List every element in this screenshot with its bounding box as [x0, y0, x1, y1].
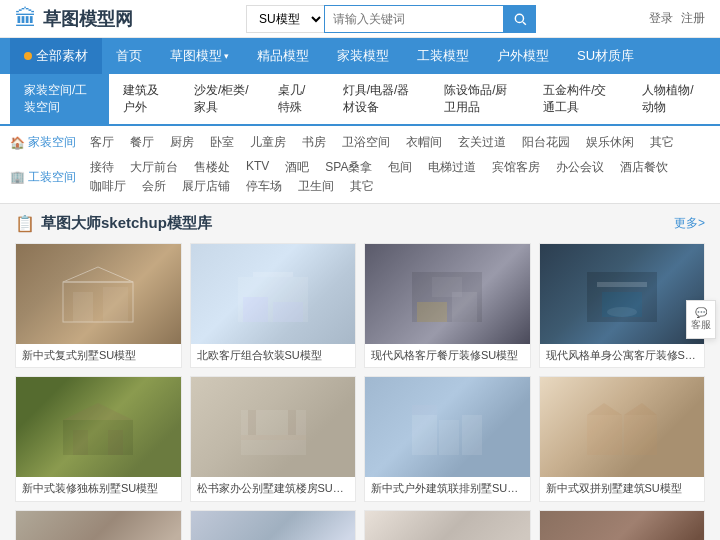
- svg-rect-26: [412, 415, 437, 455]
- logo-icon: 🏛: [15, 6, 37, 32]
- model-name: 现代风格单身公寓客厅装修SU模型: [546, 348, 699, 363]
- sub-private-room[interactable]: 包间: [380, 158, 420, 177]
- sub-sales[interactable]: 售楼处: [186, 158, 238, 177]
- svg-rect-4: [103, 287, 128, 322]
- sub-kitchen[interactable]: 厨房: [162, 133, 202, 152]
- sub-elevator[interactable]: 电梯过道: [420, 158, 484, 177]
- section-header: 📋 草图大师sketchup模型库 更多>: [15, 214, 705, 233]
- sub-bedroom[interactable]: 卧室: [202, 133, 242, 152]
- sub-hotel-dining[interactable]: 酒店餐饮: [612, 158, 676, 177]
- model-card[interactable]: 欧式风格豪华客厅SU模型: [364, 510, 531, 540]
- sub-lobby[interactable]: 大厅前台: [122, 158, 186, 177]
- model-card[interactable]: 新中式双拼别墅建筑SU模型: [539, 376, 706, 501]
- cat-tab-people[interactable]: 人物植物/动物: [628, 74, 710, 124]
- svg-rect-3: [73, 292, 93, 322]
- circle-icon: [24, 52, 32, 60]
- cat-tab-lighting[interactable]: 灯具/电器/器材设备: [329, 74, 430, 124]
- nav-item-sketch[interactable]: 草图模型 ▾: [156, 38, 243, 74]
- cat-tab-hardware[interactable]: 五金构件/交通工具: [529, 74, 628, 124]
- sub-office[interactable]: 办公会议: [548, 158, 612, 177]
- svg-rect-21: [108, 430, 123, 455]
- svg-marker-33: [624, 403, 657, 415]
- commercial-space-row: 🏢 工装空间 接待 大厅前台 售楼处 KTV 酒吧 SPA桑拿 包间 电梯过道 …: [10, 155, 710, 199]
- cat-tab-architecture[interactable]: 建筑及户外: [109, 74, 180, 124]
- model-name: 新中式复式别墅SU模型: [22, 348, 175, 363]
- model-grid: 新中式复式别墅SU模型 北欧客厅组合软装SU模型: [15, 243, 705, 540]
- commercial-space-items: 接待 大厅前台 售楼处 KTV 酒吧 SPA桑拿 包间 电梯过道 宾馆客房 办公…: [82, 158, 710, 196]
- svg-rect-29: [412, 405, 437, 415]
- sub-toilet[interactable]: 卫生间: [290, 177, 342, 196]
- model-card[interactable]: 现代简约客厅卧室SU模型: [190, 510, 357, 540]
- model-card[interactable]: 现代风格单身公寓客厅装修SU模型: [539, 243, 706, 368]
- svg-rect-27: [439, 420, 459, 455]
- sub-dining[interactable]: 餐厅: [122, 133, 162, 152]
- nav-item-commercial[interactable]: 工装模型: [403, 38, 483, 74]
- nav-item-home-deco[interactable]: 家装模型: [323, 38, 403, 74]
- cat-tab-tables[interactable]: 桌几/特殊: [264, 74, 329, 124]
- sub-parking[interactable]: 停车场: [238, 177, 290, 196]
- svg-rect-30: [587, 415, 622, 455]
- cat-tab-home-commercial[interactable]: 家装空间/工装空间: [10, 74, 109, 124]
- model-card[interactable]: 新中式复式别墅SU模型: [15, 243, 182, 368]
- model-name: 北欧客厅组合软装SU模型: [197, 348, 350, 363]
- arrow-icon: ▾: [224, 51, 229, 61]
- svg-rect-7: [243, 297, 268, 322]
- svg-rect-25: [288, 410, 296, 435]
- sub-study[interactable]: 书房: [294, 133, 334, 152]
- logo-text: 草图模型网: [43, 7, 133, 31]
- sub-living[interactable]: 客厅: [82, 133, 122, 152]
- sub-ktv[interactable]: KTV: [238, 158, 277, 177]
- all-materials-btn[interactable]: 全部素材: [10, 38, 102, 74]
- model-card[interactable]: 松书家办公别墅建筑楼房SU模型: [190, 376, 357, 501]
- login-link[interactable]: 登录: [649, 10, 673, 27]
- sub-showroom[interactable]: 展厅店铺: [174, 177, 238, 196]
- nav-item-home[interactable]: 首页: [102, 38, 156, 74]
- sub-reception[interactable]: 接待: [82, 158, 122, 177]
- thumb-overlay: [365, 244, 530, 344]
- model-name: 新中式装修独栋别墅SU模型: [22, 481, 175, 496]
- nav-item-materials[interactable]: SU材质库: [563, 38, 648, 74]
- search-button[interactable]: [504, 5, 536, 33]
- thumb-overlay: [16, 244, 181, 344]
- section-icon: 📋: [15, 214, 35, 233]
- main-section: 📋 草图大师sketchup模型库 更多> 新中式复式别墅SU模型: [0, 204, 720, 540]
- sub-leisure[interactable]: 娱乐休闲: [578, 133, 642, 152]
- sub-wardrobe[interactable]: 衣帽间: [398, 133, 450, 152]
- search-input[interactable]: [324, 5, 504, 33]
- section-more-link[interactable]: 更多>: [674, 215, 705, 232]
- sub-balcony[interactable]: 阳台花园: [514, 133, 578, 152]
- model-info: 北欧客厅组合软装SU模型: [191, 344, 356, 367]
- model-card[interactable]: 新中式复式别墅SU模型: [15, 510, 182, 540]
- svg-rect-11: [417, 302, 447, 322]
- sub-cafe[interactable]: 咖啡厅: [82, 177, 134, 196]
- model-thumbnail: [191, 377, 356, 477]
- nav-item-outdoor[interactable]: 户外模型: [483, 38, 563, 74]
- sub-bathroom[interactable]: 卫浴空间: [334, 133, 398, 152]
- nav-item-premium[interactable]: 精品模型: [243, 38, 323, 74]
- sub-other-commercial[interactable]: 其它: [342, 177, 382, 196]
- model-card[interactable]: 新中式户外建筑联排别墅SU模型: [364, 376, 531, 501]
- cat-tab-decor[interactable]: 陈设饰品/厨卫用品: [430, 74, 529, 124]
- sub-other-home[interactable]: 其它: [642, 133, 682, 152]
- model-card[interactable]: 中式别墅建筑外观SU模型: [539, 510, 706, 540]
- sub-entrance[interactable]: 玄关过道: [450, 133, 514, 152]
- model-info: 新中式复式别墅SU模型: [16, 344, 181, 367]
- sub-club[interactable]: 会所: [134, 177, 174, 196]
- sub-spa[interactable]: SPA桑拿: [317, 158, 380, 177]
- chat-icon: 💬: [691, 307, 711, 318]
- model-card[interactable]: 现代风格客厅餐厅装修SU模型: [364, 243, 531, 368]
- sub-categories: 🏠 家装空间 客厅 餐厅 厨房 卧室 儿童房 书房 卫浴空间 衣帽间 玄关过道 …: [0, 126, 720, 204]
- float-chat-button[interactable]: 💬 客服: [686, 300, 716, 339]
- model-thumbnail: [16, 511, 181, 540]
- cat-tab-furniture[interactable]: 沙发/柜类/家具: [180, 74, 264, 124]
- home-space-row: 🏠 家装空间 客厅 餐厅 厨房 卧室 儿童房 书房 卫浴空间 衣帽间 玄关过道 …: [10, 130, 710, 155]
- sub-childrens[interactable]: 儿童房: [242, 133, 294, 152]
- commercial-space-label: 🏢 工装空间: [10, 169, 76, 186]
- model-card[interactable]: 新中式装修独栋别墅SU模型: [15, 376, 182, 501]
- model-card[interactable]: 北欧客厅组合软装SU模型: [190, 243, 357, 368]
- svg-point-0: [515, 14, 523, 22]
- register-link[interactable]: 注册: [681, 10, 705, 27]
- sub-bar[interactable]: 酒吧: [277, 158, 317, 177]
- sub-hotel-room[interactable]: 宾馆客房: [484, 158, 548, 177]
- search-type-select[interactable]: SU模型: [246, 5, 324, 33]
